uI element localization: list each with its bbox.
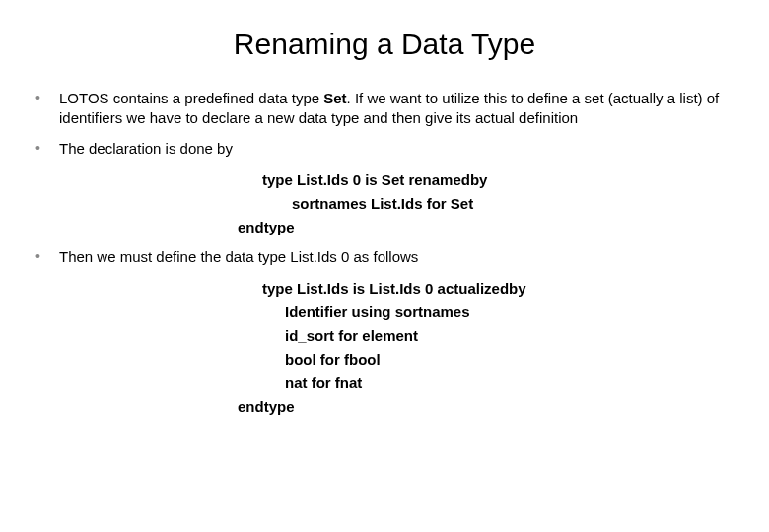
code-block-declaration: type List.Ids 0 is Set renamedby sortnam… (35, 168, 734, 239)
bullet-marker: • (35, 247, 59, 266)
bullet-marker: • (35, 89, 59, 107)
bullet-text: The declaration is done by (59, 139, 734, 159)
code-line: endtype (35, 216, 734, 239)
bullet-item: • The declaration is done by (35, 139, 734, 159)
bullet-text: LOTOS contains a predefined data type Se… (59, 89, 734, 129)
code-block-definition: type List.Ids is List.Ids 0 actualizedby… (35, 277, 734, 419)
code-line: sortnames List.Ids for Set (35, 192, 734, 216)
text-bold: Set (323, 90, 346, 106)
text-segment: LOTOS contains a predefined data type (59, 90, 323, 106)
bullet-marker: • (35, 139, 59, 158)
bullet-item: • LOTOS contains a predefined data type … (35, 89, 734, 129)
code-line: type List.Ids is List.Ids 0 actualizedby (35, 277, 734, 300)
code-line: endtype (35, 395, 734, 419)
code-line: id_sort for element (35, 324, 734, 348)
code-line: type List.Ids 0 is Set renamedby (35, 168, 734, 192)
text-segment: Then we must define the data type List.I… (59, 248, 418, 265)
code-line: Identifier using sortnames (35, 300, 734, 324)
bullet-text: Then we must define the data type List.I… (59, 247, 734, 267)
code-line: nat for fnat (35, 371, 734, 395)
text-segment: The declaration is done by (59, 140, 233, 157)
code-line: bool for fbool (35, 348, 734, 371)
bullet-item: • Then we must define the data type List… (35, 247, 734, 267)
page-title: Renaming a Data Type (35, 28, 734, 61)
